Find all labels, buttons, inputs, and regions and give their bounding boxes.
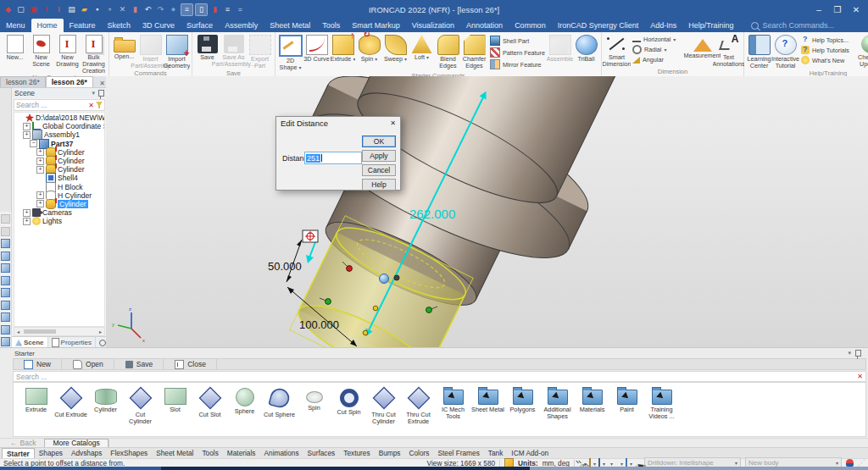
tree-item[interactable]: + Global Coordinate System [14, 122, 104, 130]
tree-expander[interactable]: + [23, 123, 31, 130]
dock-cube-icon[interactable] [1, 276, 10, 285]
tree-expander[interactable]: − [30, 140, 37, 147]
catalog-tab[interactable]: Materials [223, 448, 260, 458]
tree-item[interactable]: + Lights [14, 217, 104, 225]
ribbon-button[interactable]: Export Part [247, 33, 273, 69]
dock-cube-icon[interactable] [1, 252, 10, 261]
catalog-tab[interactable]: Animations [259, 448, 303, 458]
menu-tab[interactable]: Assembly [219, 19, 264, 32]
ribbon-button[interactable]: Save As Part/Assembly... [220, 33, 247, 69]
clear-search-icon[interactable] [857, 373, 863, 380]
qat-link-icon[interactable]: ✕ [117, 4, 128, 15]
ribbon-button[interactable]: 2D Shape [277, 33, 303, 72]
filter-icon[interactable] [96, 102, 103, 108]
catalog-tab[interactable]: Starter [2, 448, 35, 458]
catalog-item[interactable]: Training Videos ... [644, 386, 679, 420]
catalog-tab[interactable]: Textures [339, 448, 374, 458]
qat-feedback-icon[interactable]: ▮ [209, 4, 220, 15]
more-catalogs-button[interactable]: More Catalogs [44, 439, 108, 448]
menu-tab[interactable]: Home [31, 19, 64, 32]
catalog-item[interactable]: Thru Cut Extrude [401, 386, 436, 425]
ribbon-menu-item[interactable]: What's New [801, 56, 855, 64]
ribbon-button[interactable]: Check for Updates [858, 33, 868, 69]
menu-tab[interactable]: Surface [181, 19, 219, 32]
maximize-icon[interactable] [829, 3, 846, 16]
ribbon-button[interactable]: Interactive Tutorial [772, 33, 798, 69]
scroll-right-icon[interactable]: ▸ [97, 329, 104, 335]
dialog-title-bar[interactable]: Edit Distance [276, 117, 400, 129]
tree-expander[interactable]: + [36, 166, 44, 174]
tree-expander[interactable]: + [36, 200, 44, 207]
qat-undo-icon[interactable]: ↶ [142, 4, 153, 15]
tree-item[interactable]: + Assembly1 [14, 130, 104, 139]
qat-render-icon[interactable]: ▮ [130, 4, 141, 15]
dock-cube-icon[interactable] [1, 288, 10, 297]
tree-item[interactable]: + Cylinder [14, 200, 104, 208]
ribbon-button[interactable]: Bulk Drawing Creation [81, 33, 107, 74]
tree-item[interactable]: + Cylinder [14, 157, 104, 165]
catalog-item[interactable]: Extrude [19, 386, 53, 413]
catalog-item[interactable]: Thru Cut Cylinder [366, 386, 401, 425]
catalog-item[interactable]: Sheet Metal [470, 386, 505, 413]
dock-cube-icon[interactable] [1, 239, 10, 248]
menu-tab[interactable]: Smart Markup [346, 19, 406, 32]
qat-save-icon[interactable]: ▪ [92, 4, 103, 15]
ribbon-button[interactable]: Insert Part/Assembly [137, 33, 164, 69]
panel-menu-caret-icon[interactable]: ▾ [92, 90, 95, 97]
menu-tab[interactable]: Annotation [460, 19, 509, 32]
ribbon-menu-item[interactable]: Horizontal [632, 36, 687, 43]
tree-item[interactable]: + Cameras [14, 208, 104, 217]
ribbon-button[interactable]: Learning Center [746, 33, 772, 69]
handle-sphere-blue[interactable] [380, 274, 389, 284]
dropdown-caret-icon[interactable] [620, 462, 623, 467]
tree-item[interactable]: H Block [14, 183, 104, 191]
document-tab[interactable]: lesson 26* [46, 76, 93, 87]
menu-tab[interactable]: Add-Ins [644, 19, 682, 32]
catalog-search[interactable]: Search ... [13, 371, 866, 382]
scene-search[interactable]: Search ... [14, 99, 105, 111]
command-search[interactable]: Search Commands... [751, 19, 868, 32]
qat-app-icon[interactable]: ◆ [3, 4, 14, 15]
catalog-item[interactable]: Materials [575, 386, 609, 413]
tree-expander[interactable]: + [23, 218, 31, 225]
qat-redo-icon[interactable]: ↷ [155, 4, 166, 15]
ribbon-button[interactable]: New Drawing [54, 33, 81, 74]
tree-expander[interactable]: + [36, 191, 44, 199]
qat-list-icon[interactable]: ≡ [222, 4, 233, 15]
dropdown-caret-icon[interactable] [593, 462, 596, 467]
tree-item[interactable]: − Part37 [14, 140, 104, 148]
catalog-item[interactable]: Cut Slot [192, 386, 227, 418]
ribbon-button[interactable]: Assemble [547, 33, 573, 72]
scrollbar-thumb[interactable] [24, 329, 56, 334]
catalog-item[interactable]: Cut Sphere [262, 386, 297, 418]
ribbon-button[interactable]: New Scene [28, 33, 54, 74]
qat-new-drawing-icon[interactable]: I [41, 4, 52, 15]
document-tab[interactable]: lesson 26* [0, 76, 46, 87]
catalog-tab[interactable]: Surfaces [303, 448, 340, 458]
catalog-item[interactable]: Cylinder [88, 386, 123, 413]
menu-tab[interactable]: 3D Curve [136, 19, 181, 32]
catalog-item[interactable]: IC Mech Tools [436, 386, 470, 420]
ribbon-button[interactable]: Text Annotations [715, 33, 742, 68]
dialog-button[interactable]: OK [362, 135, 396, 147]
menu-tab[interactable]: Menu [0, 19, 31, 32]
dialog-button[interactable]: Help [362, 179, 396, 191]
qat-sheet-icon[interactable]: ▯ [195, 3, 208, 16]
ribbon-menu-item[interactable]: Pattern Feature [490, 47, 544, 58]
ribbon-button[interactable]: Spin [356, 33, 382, 72]
catalog-item[interactable]: Paint [609, 386, 644, 413]
units-value[interactable]: mm, deg [542, 459, 570, 467]
handle-red[interactable] [347, 266, 353, 272]
menu-tab[interactable]: Visualization [406, 19, 460, 32]
catalog-tab[interactable]: Shapes [35, 448, 67, 458]
dropdown-caret-icon[interactable] [630, 462, 632, 467]
viewport-3d[interactable]: 262.000 50.000 100.000 z y [106, 76, 868, 347]
tree-item[interactable]: + Cylinder [14, 148, 104, 157]
ribbon-button[interactable]: New... [2, 33, 28, 74]
minimize-icon[interactable] [810, 3, 827, 16]
catalog-tab[interactable]: Advshaps [67, 448, 106, 458]
close-icon[interactable] [848, 3, 865, 16]
catalog-item[interactable]: Sphere [227, 386, 262, 415]
ribbon-button[interactable]: TriBall [573, 33, 599, 72]
qat-world-icon[interactable]: ● [168, 4, 179, 15]
